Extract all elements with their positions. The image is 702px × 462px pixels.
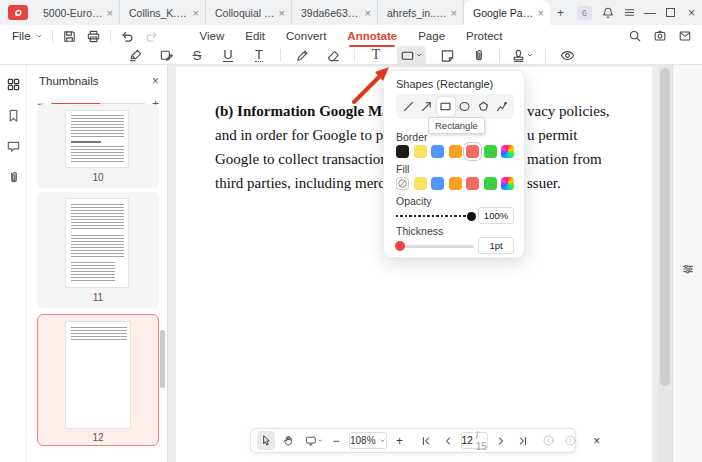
menu-page[interactable]: Page bbox=[418, 30, 445, 42]
snapshot-icon[interactable] bbox=[653, 29, 667, 43]
fill-color-swatch[interactable] bbox=[466, 177, 479, 190]
shape-arrow-icon[interactable] bbox=[418, 97, 436, 116]
feedback-icon[interactable] bbox=[678, 29, 692, 43]
search-icon[interactable] bbox=[628, 29, 642, 43]
attachment-tool[interactable] bbox=[468, 46, 488, 65]
menu-annotate[interactable]: Annotate bbox=[347, 30, 397, 42]
document-tab-active[interactable]: Google Pay... Service *× bbox=[464, 0, 550, 25]
close-bar-button[interactable]: × bbox=[588, 431, 606, 450]
shape-line-icon[interactable] bbox=[399, 97, 417, 116]
select-cursor-tool[interactable] bbox=[257, 431, 275, 450]
page-thumbnail[interactable] bbox=[65, 321, 131, 429]
notification-count-badge[interactable]: 6 bbox=[577, 6, 592, 20]
sticky-note-tool[interactable] bbox=[437, 46, 457, 65]
last-page-button[interactable] bbox=[514, 431, 532, 450]
view-back-button[interactable] bbox=[540, 431, 558, 450]
text-comment-tool[interactable]: T bbox=[366, 46, 386, 65]
strikethrough-tool[interactable]: S bbox=[187, 46, 207, 65]
close-panel-icon[interactable]: × bbox=[152, 74, 159, 88]
bell-icon[interactable] bbox=[598, 0, 619, 25]
eraser-tool[interactable] bbox=[323, 46, 343, 65]
fill-color-swatch[interactable] bbox=[484, 177, 497, 190]
fill-color-picker-swatch[interactable] bbox=[501, 177, 514, 190]
page-thumbnail[interactable] bbox=[65, 198, 129, 288]
underline-tool[interactable]: U bbox=[218, 46, 238, 65]
menu-view[interactable]: View bbox=[200, 30, 225, 42]
page-thumbnail[interactable] bbox=[65, 110, 129, 168]
shape-tool-button[interactable] bbox=[397, 46, 426, 65]
attachments-panel-icon[interactable] bbox=[6, 170, 21, 185]
thickness-slider-knob[interactable] bbox=[395, 241, 405, 251]
close-window-button[interactable]: × bbox=[681, 0, 702, 25]
maximize-button[interactable] bbox=[660, 0, 681, 25]
border-color-swatch[interactable] bbox=[396, 145, 409, 158]
fill-color-swatch[interactable] bbox=[449, 177, 462, 190]
highlight-tool[interactable] bbox=[125, 46, 145, 65]
tab-close-icon[interactable]: × bbox=[538, 7, 544, 19]
fill-none-swatch-selected[interactable] bbox=[396, 177, 409, 190]
first-page-button[interactable] bbox=[417, 431, 435, 450]
new-tab-button[interactable]: + bbox=[550, 0, 571, 25]
document-tab[interactable]: Collins_K...d_phrases× bbox=[120, 0, 206, 25]
document-tab[interactable]: 39da6e63-...8f36aa7ad× bbox=[292, 0, 378, 25]
thickness-slider[interactable] bbox=[396, 239, 474, 253]
tab-label: Google Pay... Service * bbox=[473, 7, 534, 19]
zoom-level-dropdown[interactable]: 108% bbox=[349, 432, 387, 449]
show-annotations-tool[interactable] bbox=[557, 46, 577, 65]
shape-oval-icon[interactable] bbox=[455, 97, 473, 116]
main-menu-icon[interactable] bbox=[619, 0, 640, 25]
shape-polyline-icon[interactable] bbox=[493, 97, 511, 116]
thumbnail-card-12-selected[interactable]: 12 bbox=[37, 314, 159, 446]
opacity-slider[interactable] bbox=[396, 209, 474, 223]
border-color-picker-swatch[interactable] bbox=[501, 145, 514, 158]
tab-close-icon[interactable]: × bbox=[365, 7, 371, 19]
zoom-in-button[interactable]: + bbox=[391, 431, 409, 450]
doc-text: u permit bbox=[527, 127, 577, 144]
pencil-tool[interactable] bbox=[292, 46, 312, 65]
tab-close-icon[interactable]: × bbox=[451, 7, 457, 19]
comments-panel-icon[interactable] bbox=[6, 139, 21, 154]
fill-color-swatch[interactable] bbox=[431, 177, 444, 190]
tab-close-icon[interactable]: × bbox=[193, 7, 199, 19]
squiggly-underline-tool[interactable]: T bbox=[249, 46, 269, 65]
previous-page-button[interactable] bbox=[439, 431, 457, 450]
thickness-value-box[interactable]: 1pt bbox=[478, 237, 514, 254]
document-tab[interactable]: 5000-Euro...tuguese *× bbox=[34, 0, 120, 25]
area-highlight-tool[interactable] bbox=[156, 46, 176, 65]
page-number-input[interactable]: 12 / 15 bbox=[461, 432, 488, 449]
document-tab[interactable]: Colloquial Russian 2× bbox=[206, 0, 292, 25]
document-tab[interactable]: ahrefs_in..._20250825× bbox=[378, 0, 464, 25]
minimize-button[interactable]: — bbox=[640, 0, 661, 25]
zoom-out-button[interactable]: − bbox=[327, 431, 345, 450]
shape-polygon-icon[interactable] bbox=[474, 97, 492, 116]
thumbnail-card-11[interactable]: 11 bbox=[37, 192, 159, 308]
bookmarks-panel-icon[interactable] bbox=[6, 108, 21, 123]
menu-protect[interactable]: Protect bbox=[466, 30, 502, 42]
tab-close-icon[interactable]: × bbox=[107, 7, 113, 19]
border-color-swatch[interactable] bbox=[449, 145, 462, 158]
hand-pan-tool[interactable] bbox=[279, 431, 297, 450]
next-page-button[interactable] bbox=[492, 431, 510, 450]
opacity-value-box[interactable]: 100% bbox=[478, 207, 514, 224]
page-view-mode-button[interactable] bbox=[305, 431, 323, 450]
tab-close-icon[interactable]: × bbox=[279, 7, 285, 19]
panel-scrollbar[interactable] bbox=[160, 330, 165, 388]
properties-panel-icon[interactable] bbox=[681, 75, 695, 462]
shape-rectangle-icon[interactable] bbox=[437, 97, 455, 116]
opacity-slider-track[interactable] bbox=[396, 215, 474, 217]
thickness-slider-track[interactable] bbox=[396, 245, 474, 248]
border-color-swatch-selected[interactable] bbox=[466, 145, 479, 158]
thumbnails-panel-icon[interactable] bbox=[6, 77, 21, 92]
border-color-swatch[interactable] bbox=[431, 145, 444, 158]
stamp-tool[interactable] bbox=[511, 46, 534, 65]
opacity-slider-knob[interactable] bbox=[467, 212, 476, 221]
menu-convert[interactable]: Convert bbox=[286, 30, 326, 42]
page-number-label: 11 bbox=[37, 292, 159, 303]
view-forward-button[interactable] bbox=[562, 431, 580, 450]
thumbnail-card-10[interactable]: 10 bbox=[37, 104, 159, 188]
document-scrollbar-thumb[interactable] bbox=[660, 68, 670, 386]
fill-color-swatch[interactable] bbox=[414, 177, 427, 190]
border-color-swatch[interactable] bbox=[414, 145, 427, 158]
menu-edit[interactable]: Edit bbox=[245, 30, 265, 42]
border-color-swatch[interactable] bbox=[484, 145, 497, 158]
